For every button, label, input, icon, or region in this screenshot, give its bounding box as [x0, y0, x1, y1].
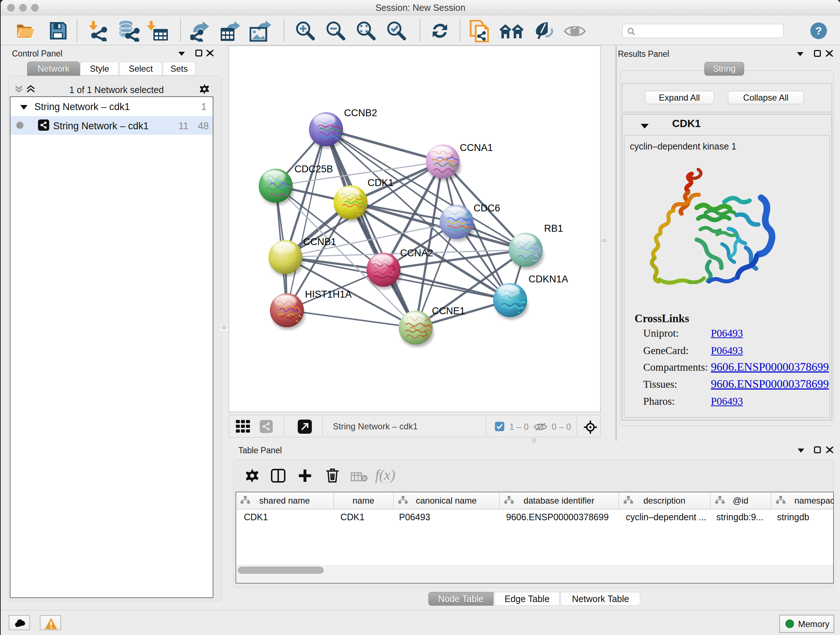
svg-text:CDK1: CDK1	[368, 177, 393, 188]
svg-text:CCNE1: CCNE1	[432, 306, 465, 317]
svg-text:CCNA1: CCNA1	[460, 142, 493, 153]
svg-text:?: ?	[815, 25, 822, 36]
svg-text:RB1: RB1	[544, 223, 563, 234]
svg-text:CCNB2: CCNB2	[344, 108, 377, 119]
svg-text:CCNA2: CCNA2	[400, 248, 433, 258]
svg-text:CCNB1: CCNB1	[303, 236, 336, 247]
svg-text:CDC25B: CDC25B	[294, 164, 333, 174]
svg-text:CDC6: CDC6	[474, 203, 500, 214]
svg-text:HIST1H1A: HIST1H1A	[305, 289, 352, 300]
svg-text:CDKN1A: CDKN1A	[529, 274, 568, 285]
